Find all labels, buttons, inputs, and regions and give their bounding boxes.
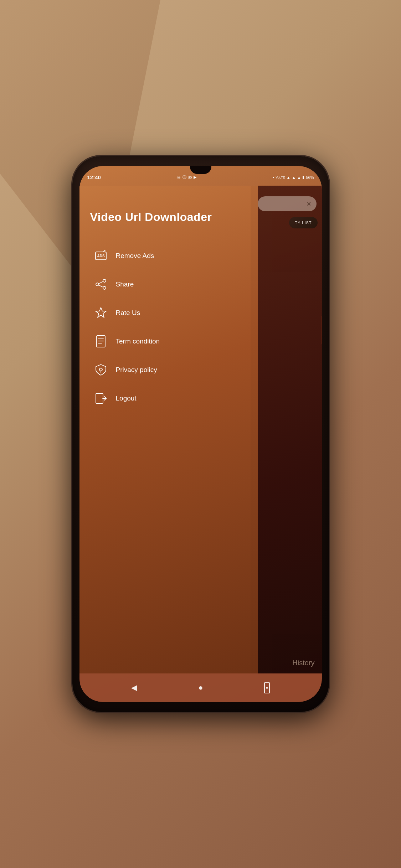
recent-button[interactable]: ▪ [264, 682, 270, 693]
phone-screen: 12:40 ◎ Ⓑ jio ▶ • VoLTE ▲ ▲ ▲ ▮ 56% [79, 166, 322, 702]
menu-item-logout[interactable]: Logout [90, 384, 247, 413]
term-condition-label: Term condition [116, 337, 160, 345]
battery-icon: ▮ [302, 175, 304, 180]
ads-icon: ADS [94, 249, 108, 263]
activity-list-label: TY LIST [295, 221, 312, 225]
svg-rect-9 [97, 336, 105, 347]
logout-icon [94, 391, 108, 405]
privacy-policy-label: Privacy policy [116, 366, 157, 374]
svg-text:ADS: ADS [97, 254, 104, 258]
status-time: 12:40 [87, 174, 101, 180]
svg-line-6 [99, 281, 103, 284]
jio-icon: jio [188, 175, 192, 179]
status-notification-icons: ◎ Ⓑ jio ▶ [177, 175, 196, 180]
phone-notch [190, 166, 211, 174]
phone-device: 12:40 ◎ Ⓑ jio ▶ • VoLTE ▲ ▲ ▲ ▮ 56% [72, 156, 329, 712]
menu-item-term-condition[interactable]: Term condition [90, 327, 247, 356]
svg-line-2 [104, 250, 105, 252]
menu-item-rate-us[interactable]: Rate Us [90, 299, 247, 327]
svg-marker-8 [96, 308, 106, 317]
main-content: × TY LIST History Video Url Downloader [79, 186, 322, 673]
share-label: Share [116, 280, 134, 288]
menu-item-remove-ads[interactable]: ADS Remove Ads [90, 242, 247, 270]
menu-item-share[interactable]: Share [90, 270, 247, 299]
whatsapp-icon: ◎ [177, 175, 181, 180]
home-button[interactable]: ● [198, 683, 203, 692]
svg-line-7 [99, 285, 103, 287]
drawer-title: Video Url Downloader [90, 211, 247, 224]
history-label: History [292, 659, 314, 667]
activity-list-button[interactable]: TY LIST [289, 217, 317, 228]
remove-ads-label: Remove Ads [116, 252, 154, 260]
search-close-icon[interactable]: × [307, 200, 311, 208]
back-button[interactable]: ◀ [131, 683, 137, 692]
navigation-drawer: Video Url Downloader ADS Remove Ads [79, 186, 258, 673]
svg-point-13 [99, 368, 102, 371]
signal-icon: ▲ [292, 175, 296, 180]
menu-item-privacy-policy[interactable]: Privacy policy [90, 356, 247, 384]
volume-button [322, 316, 322, 344]
svg-rect-15 [96, 393, 103, 403]
svg-point-4 [96, 283, 99, 286]
right-panel: × TY LIST History [251, 186, 322, 673]
battery-percent: 56% [306, 175, 314, 180]
logout-label: Logout [116, 394, 137, 402]
search-bar[interactable]: × [258, 196, 317, 211]
youtube-icon: ▶ [194, 175, 196, 180]
rate-us-label: Rate Us [116, 309, 140, 317]
drawer-menu: ADS Remove Ads [90, 242, 247, 413]
navigation-bar: ◀ ● ▪ [79, 673, 322, 702]
signal2-icon: ▲ [297, 175, 301, 180]
shield-icon [94, 363, 108, 377]
volte-icon: VoLTE [276, 176, 285, 179]
star-icon [94, 306, 108, 320]
svg-point-5 [103, 286, 106, 289]
share-icon [94, 277, 108, 291]
bitcoin-icon: Ⓑ [182, 175, 186, 180]
document-icon [94, 334, 108, 348]
dot-icon: • [273, 175, 274, 180]
status-right-icons: • VoLTE ▲ ▲ ▲ ▮ 56% [273, 175, 314, 180]
wifi-icon: ▲ [287, 175, 291, 180]
svg-point-3 [103, 279, 106, 282]
